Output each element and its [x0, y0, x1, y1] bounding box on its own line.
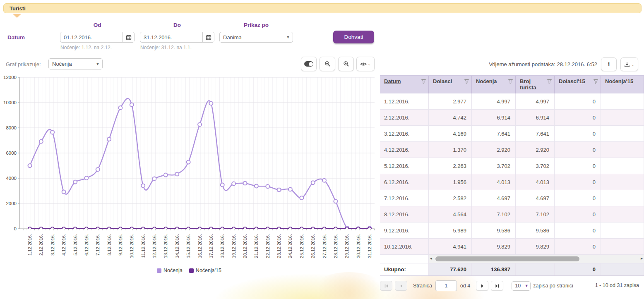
zoom-out-button[interactable]	[320, 57, 335, 71]
scrollbar-track[interactable]: ◂▸	[429, 255, 644, 263]
zoom-in-button[interactable]	[338, 57, 354, 71]
cell: 0	[555, 174, 601, 190]
zoom-out-icon	[324, 61, 331, 67]
table-row: 8.12.2016.4.5647.1027.1020	[380, 206, 644, 222]
svg-text:10000: 10000	[3, 100, 17, 105]
legend-swatch	[157, 268, 161, 273]
visibility-menu-button[interactable]: ⌄	[356, 57, 375, 71]
dohvati-button[interactable]: Dohvati	[333, 31, 374, 43]
svg-text:10.12.2016.: 10.12.2016.	[129, 234, 134, 258]
table-row: 4.12.2016.1.3702.9202.9200	[380, 142, 644, 158]
prikaz-po-select[interactable]: Danima ▼	[219, 32, 293, 43]
cell: 4.697	[516, 190, 555, 206]
cell: 6.12.2016.	[380, 174, 429, 190]
svg-text:28.12.2016.: 28.12.2016.	[333, 234, 338, 258]
datum-label: Datum	[7, 34, 25, 41]
filter-icon[interactable]	[547, 79, 552, 84]
data-grid: DatumDolasciNoćenjaBroj turistaDolasci'1…	[380, 75, 644, 276]
cell: 5.12.2016.	[380, 158, 429, 174]
legend-item[interactable]: Noćenja	[157, 268, 183, 273]
date-from-hint: Noćenje: 1.12. na 2.12.	[60, 45, 112, 50]
cell: 3.702	[472, 158, 516, 174]
scroll-left-icon[interactable]: ◂	[430, 256, 432, 261]
first-page-button[interactable]	[380, 281, 392, 291]
scrollbar-thumb[interactable]	[435, 256, 579, 261]
cell: 2.582	[429, 190, 472, 206]
cell: 2.977	[429, 93, 472, 109]
cell: 4.997	[472, 93, 516, 109]
scroll-right-icon[interactable]: ▸	[641, 256, 643, 261]
chart-toggle-button[interactable]	[301, 57, 317, 71]
cell	[601, 142, 644, 158]
prev-page-button[interactable]	[395, 281, 407, 291]
table-row: 1.12.2016.2.9774.9974.9970	[380, 93, 644, 110]
column-header-5[interactable]: Noćenja'15	[601, 76, 644, 93]
calendar-icon[interactable]	[123, 32, 134, 42]
cell: 4.12.2016.	[380, 142, 429, 158]
svg-text:22.12.2016.: 22.12.2016.	[265, 234, 270, 258]
cell	[601, 93, 644, 109]
svg-text:30.12.2016.: 30.12.2016.	[356, 234, 361, 258]
total-cell	[601, 263, 644, 275]
info-icon: i	[608, 61, 610, 68]
calendar-icon[interactable]	[202, 32, 214, 42]
column-header-0[interactable]: Datum	[380, 76, 429, 93]
cell: 4.742	[429, 110, 472, 125]
cell: 9.586	[472, 222, 516, 238]
next-page-button[interactable]	[476, 281, 488, 291]
table-body: 1.12.2016.2.9774.9974.99702.12.2016.4.74…	[380, 93, 644, 255]
prikaz-po-label: Prikaz po	[219, 22, 293, 28]
cell	[601, 206, 644, 222]
cell: 0	[555, 126, 601, 141]
cell: 4.941	[429, 239, 472, 254]
column-header-2[interactable]: Noćenja	[472, 76, 516, 93]
export-button[interactable]: ⌄	[620, 57, 638, 71]
page-label: Stranica	[413, 283, 432, 289]
cell: 4.169	[429, 126, 472, 141]
last-page-button[interactable]	[491, 281, 503, 291]
svg-text:12000: 12000	[3, 75, 17, 80]
cell: 0	[555, 222, 601, 238]
graf-prikazuje-select[interactable]: Noćenja ▼	[48, 58, 103, 69]
svg-text:12.12.2016.: 12.12.2016.	[152, 234, 157, 258]
date-from-input[interactable]	[60, 34, 123, 41]
page-size-label: zapisa po stranici	[533, 283, 573, 289]
record-range-label: 1 - 10 od 31 zapisa	[595, 282, 639, 288]
svg-text:1.12.2016.: 1.12.2016.	[27, 234, 32, 256]
page-number-input[interactable]	[435, 280, 457, 291]
zoom-in-icon	[343, 61, 349, 67]
svg-text:31.12.2016.: 31.12.2016.	[367, 234, 372, 258]
chart-area: 0200040006000800010000120001.12.2016.2.1…	[2, 74, 377, 273]
page-size-select[interactable]: 10 ▼	[512, 281, 531, 291]
cell	[601, 174, 644, 190]
info-button[interactable]: i	[601, 57, 617, 71]
column-header-label: Noćenja	[476, 78, 497, 84]
cell: 2.12.2016.	[380, 110, 429, 125]
filter-icon[interactable]	[464, 79, 469, 84]
svg-text:4000: 4000	[6, 176, 17, 181]
cell: 10.12.2016.	[380, 239, 429, 254]
cell: 7.102	[472, 206, 516, 222]
cell: 8.12.2016.	[380, 206, 429, 222]
cell: 4.697	[472, 190, 516, 206]
column-header-3[interactable]: Broj turista	[516, 76, 555, 93]
table-row: 3.12.2016.4.1697.6417.6410	[380, 126, 644, 142]
column-header-1[interactable]: Dolasci	[429, 76, 472, 93]
legend-item[interactable]: Noćenja'15	[189, 268, 221, 273]
date-to-input[interactable]	[140, 34, 202, 41]
legend-label: Noćenja	[163, 268, 183, 273]
cell: 9.586	[516, 222, 555, 238]
cell: 3.702	[516, 158, 555, 174]
accordion-header-turisti[interactable]: Turisti	[3, 3, 642, 13]
filter-icon[interactable]	[594, 79, 598, 84]
cell: 1.956	[429, 174, 472, 190]
accordion-arrow	[12, 14, 22, 18]
svg-text:27.12.2016.: 27.12.2016.	[322, 234, 327, 258]
filter-icon[interactable]	[421, 79, 426, 84]
table-row: 5.12.2016.2.2633.7023.7020	[380, 158, 644, 174]
cell: 7.102	[516, 206, 555, 222]
svg-text:2.12.2016.: 2.12.2016.	[38, 234, 43, 256]
column-header-4[interactable]: Dolasci'15	[555, 76, 601, 93]
cell: 4.564	[429, 206, 472, 222]
filter-icon[interactable]	[508, 79, 513, 84]
